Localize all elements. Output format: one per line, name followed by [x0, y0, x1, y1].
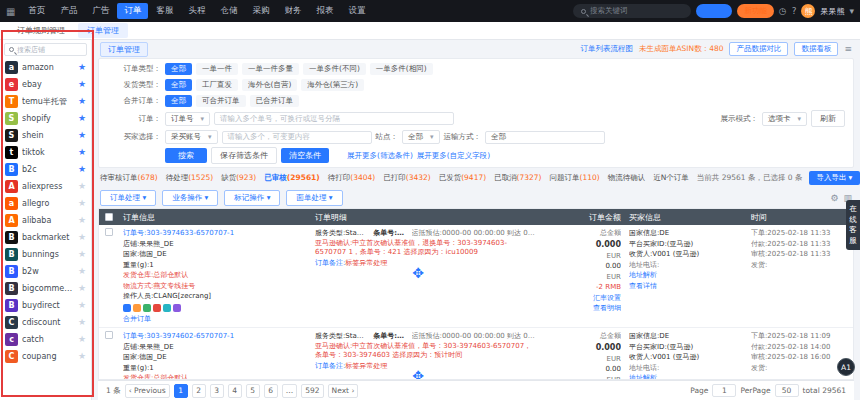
favorite-star-icon[interactable]: ★ — [78, 165, 86, 174]
filter-option[interactable]: 全部 — [165, 63, 192, 75]
favorite-star-icon[interactable]: ★ — [78, 301, 86, 310]
status-tab[interactable]: 物流待确认 — [608, 173, 646, 183]
new-feature-button[interactable]: 新功能 — [737, 4, 774, 18]
favorite-star-icon[interactable]: ★ — [78, 318, 86, 327]
order-no-input[interactable]: 请输入多个单号，可换行或逗号分隔 — [214, 112, 454, 125]
top-menu-item[interactable]: 财务 — [277, 3, 308, 19]
top-menu-item[interactable]: 订单 — [117, 3, 148, 19]
top-menu-item[interactable]: 头程 — [181, 3, 212, 19]
support-floating-tab[interactable]: 在线客服 — [846, 200, 860, 250]
search-button[interactable]: 搜索 — [165, 148, 207, 163]
top-menu-item[interactable]: 报表 — [309, 3, 340, 19]
per-page-select[interactable]: 50 — [775, 384, 799, 397]
filter-option[interactable]: 已合并订单 — [250, 95, 300, 107]
favorite-star-icon[interactable]: ★ — [78, 182, 86, 191]
page-tab[interactable]: 订单管理 — [78, 23, 128, 38]
username[interactable]: 呆呆熊 — [820, 6, 844, 17]
status-tab[interactable]: 待审核订单(678) — [100, 173, 158, 183]
top-menu-item[interactable]: 仓储 — [213, 3, 244, 19]
site-select[interactable]: 全部▾ — [402, 130, 440, 144]
status-tab[interactable]: 缺货(923) — [221, 173, 256, 183]
filter-option[interactable]: 全部 — [165, 79, 192, 91]
buyer-detail-link[interactable]: 查看详情 — [629, 281, 743, 292]
expand-custom-field-link[interactable]: 展开更多(自定义字段) — [417, 151, 490, 161]
drag-move-icon[interactable]: ✥ — [412, 369, 424, 379]
top-menu-item[interactable]: 采购 — [245, 3, 276, 19]
page-input[interactable]: 1 — [712, 384, 736, 397]
page-number-button[interactable]: 5 — [246, 384, 260, 398]
mark-ops-button[interactable]: 标记操作 ▾ — [224, 190, 280, 206]
sidebar-platform-item[interactable]: B b2w ★ — [0, 263, 91, 280]
sidebar-platform-item[interactable]: T temu半托管 ★ — [0, 93, 91, 110]
product-compare-button[interactable]: 产品数据对比 — [729, 42, 788, 56]
sidebar-platform-item[interactable]: t tiktok ★ — [0, 144, 91, 161]
order-process-button[interactable]: 订单处理 ▾ — [100, 190, 156, 206]
help-icon[interactable]: ? — [792, 6, 797, 16]
sidebar-platform-item[interactable]: C cdiscount ★ — [0, 314, 91, 331]
top-menu-item[interactable]: 设置 — [341, 3, 372, 19]
sidebar-platform-item[interactable]: A alibaba ★ — [0, 212, 91, 229]
filter-option[interactable]: 工厂直发 — [196, 79, 238, 91]
page-number-button[interactable]: 1 — [174, 384, 188, 398]
status-tab[interactable]: 待打印(3404) — [328, 173, 375, 183]
page-number-button[interactable]: 6 — [264, 384, 278, 398]
apps-grid-icon[interactable]: ▦ — [6, 6, 15, 17]
buyer-select[interactable]: 采买账号▾ — [165, 130, 218, 144]
global-search-input[interactable]: 搜索关键词 — [573, 4, 691, 18]
favorite-star-icon[interactable]: ★ — [78, 63, 86, 72]
prev-page-button[interactable]: ‹ Previous — [125, 384, 170, 398]
favorite-star-icon[interactable]: ★ — [78, 267, 86, 276]
avatar[interactable]: 熊 — [801, 4, 815, 18]
gear-icon[interactable]: ⚙ — [830, 193, 838, 203]
sidebar-platform-item[interactable]: c catch ★ — [0, 331, 91, 348]
order-no-select[interactable]: 订单号▾ — [165, 112, 210, 126]
mail-icon[interactable] — [163, 304, 171, 312]
sidebar-platform-item[interactable]: B bigcommerce ★ — [0, 280, 91, 297]
order-number-link[interactable]: 订单号:303-3974633-6570707-1 — [123, 228, 307, 239]
link-icon[interactable] — [173, 304, 181, 312]
favorite-star-icon[interactable]: ★ — [78, 335, 86, 344]
amount-detail-link[interactable]: 查看明细 — [545, 303, 621, 314]
magnifier-icon[interactable] — [123, 304, 131, 312]
row-checkbox[interactable] — [105, 228, 113, 236]
sidebar-platform-item[interactable]: a amazon ★ — [0, 59, 91, 76]
filter-option[interactable]: 一单多件(不同) — [303, 63, 366, 75]
favorite-star-icon[interactable]: ★ — [78, 148, 86, 157]
favorite-star-icon[interactable]: ★ — [78, 114, 86, 123]
favorite-star-icon[interactable]: ★ — [78, 250, 86, 259]
top-menu-item[interactable]: 广告 — [85, 3, 116, 19]
sidebar-platform-item[interactable]: B b2c ★ — [0, 161, 91, 178]
filter-option[interactable]: 全部 — [165, 95, 192, 107]
status-tab[interactable]: 近N个订单 — [653, 173, 689, 183]
ai-floating-badge[interactable]: A1 — [837, 358, 855, 376]
favorite-star-icon[interactable]: ★ — [78, 199, 86, 208]
buyer-input[interactable]: 请输入多个，可变更内容 — [222, 131, 372, 144]
page-number-button[interactable]: … — [282, 384, 298, 398]
address-parse-link[interactable]: 地址解析 — [629, 270, 743, 281]
package-icon[interactable] — [153, 304, 161, 312]
status-tab[interactable]: 已打印(3432) — [383, 173, 430, 183]
sidebar-platform-item[interactable]: S shein ★ — [0, 127, 91, 144]
data-board-button[interactable]: 数据看板 — [794, 42, 838, 56]
status-tab[interactable]: 问题订单(110) — [550, 173, 600, 183]
top-menu-item[interactable]: 首页 — [21, 3, 52, 19]
import-export-button[interactable]: 导入导出 ▾ — [809, 171, 860, 185]
save-filter-button[interactable]: 保存筛选条件 — [211, 147, 277, 164]
status-tab[interactable]: 待处理(1525) — [166, 173, 213, 183]
filter-option[interactable]: 海外仓(第三方) — [301, 79, 364, 91]
filter-option[interactable]: 海外仓(自营) — [242, 79, 297, 91]
drag-move-icon[interactable]: ✥ — [412, 266, 424, 280]
favorite-star-icon[interactable]: ★ — [78, 131, 86, 140]
row-checkbox[interactable] — [105, 331, 113, 339]
top-menu-item[interactable]: 客服 — [149, 3, 180, 19]
sidebar-platform-item[interactable]: B bunnings ★ — [0, 246, 91, 263]
favorite-star-icon[interactable]: ★ — [78, 284, 86, 293]
clear-filter-button[interactable]: 清空条件 — [281, 148, 329, 163]
select-all-checkbox[interactable] — [105, 213, 113, 221]
sidebar-platform-item[interactable]: S shopify ★ — [0, 110, 91, 127]
page-number-button[interactable]: 3 — [210, 384, 224, 398]
filter-option[interactable]: 一单一件多量 — [242, 63, 299, 75]
top-menu-item[interactable]: 产品 — [53, 3, 84, 19]
favorite-star-icon[interactable]: ★ — [78, 80, 86, 89]
ai-assistant-button[interactable]: AI助手 — [696, 4, 732, 18]
